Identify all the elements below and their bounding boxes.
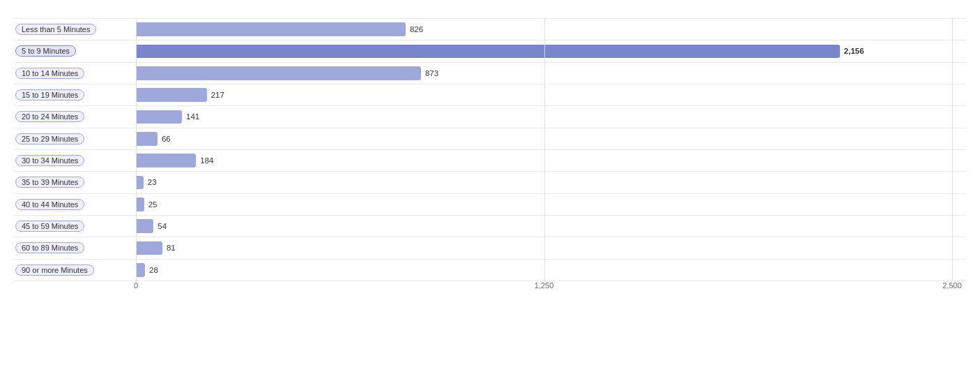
bar-wrapper: 25 bbox=[14, 194, 966, 215]
bar-value: 2,156 bbox=[840, 47, 864, 55]
bar-fill: 66 bbox=[136, 132, 158, 146]
bar-value: 66 bbox=[158, 135, 171, 143]
bar-label: 10 to 14 Minutes bbox=[14, 63, 136, 84]
x-axis-tick: 1,250 bbox=[535, 281, 554, 290]
bar-label-pill: 25 to 29 Minutes bbox=[15, 133, 84, 144]
bar-row: 30 to 34 Minutes184 bbox=[14, 150, 966, 172]
bar-fill: 28 bbox=[136, 263, 145, 277]
bar-value: 54 bbox=[153, 222, 167, 230]
bar-wrapper: 2,156 bbox=[14, 40, 966, 61]
bar-row: 20 to 24 Minutes141 bbox=[14, 106, 966, 128]
bar-wrapper: 66 bbox=[14, 128, 966, 149]
bar-label-pill: 45 to 59 Minutes bbox=[15, 221, 84, 232]
bar-row: 40 to 44 Minutes25 bbox=[14, 194, 966, 216]
bar-value: 141 bbox=[182, 112, 199, 121]
bar-label: Less than 5 Minutes bbox=[14, 19, 136, 40]
bar-fill: 54 bbox=[136, 219, 153, 233]
bar-value: 184 bbox=[196, 156, 213, 165]
bar-value: 28 bbox=[145, 266, 158, 274]
bar-label-pill: 10 to 14 Minutes bbox=[15, 68, 84, 79]
bar-fill: 873 bbox=[136, 66, 421, 80]
bar-fill: 217 bbox=[136, 88, 207, 102]
bar-fill: 826 bbox=[136, 22, 406, 36]
bar-wrapper: 184 bbox=[14, 150, 966, 171]
bar-label: 60 to 89 Minutes bbox=[14, 237, 136, 258]
bar-value: 826 bbox=[406, 25, 423, 33]
bar-row: 60 to 89 Minutes81 bbox=[14, 237, 966, 259]
bar-label-pill: 15 to 19 Minutes bbox=[15, 89, 84, 100]
bar-value: 25 bbox=[144, 200, 158, 209]
bar-row: 15 to 19 Minutes217 bbox=[14, 84, 966, 106]
x-axis-tick: 2,500 bbox=[942, 281, 962, 290]
bar-wrapper: 141 bbox=[14, 106, 966, 127]
x-axis: 01,2502,500 bbox=[14, 281, 966, 302]
bar-row: 45 to 59 Minutes54 bbox=[14, 216, 966, 237]
bar-label: 20 to 24 Minutes bbox=[14, 106, 136, 127]
bar-value: 23 bbox=[144, 178, 157, 186]
bar-row: 25 to 29 Minutes66 bbox=[14, 128, 966, 150]
chart-container: Less than 5 Minutes8265 to 9 Minutes2,15… bbox=[0, 0, 980, 365]
bar-row: 10 to 14 Minutes873 bbox=[14, 63, 966, 84]
bar-fill: 25 bbox=[136, 198, 144, 211]
grid-line bbox=[952, 18, 953, 281]
bar-wrapper: 826 bbox=[14, 19, 966, 40]
bar-fill: 23 bbox=[136, 176, 144, 190]
bar-wrapper: 23 bbox=[14, 172, 966, 193]
bar-wrapper: 873 bbox=[14, 63, 966, 84]
bar-label: 25 to 29 Minutes bbox=[14, 128, 136, 149]
bar-wrapper: 54 bbox=[14, 216, 966, 237]
bar-value: 873 bbox=[421, 69, 438, 77]
bars-section: Less than 5 Minutes8265 to 9 Minutes2,15… bbox=[14, 18, 966, 281]
bar-label-pill: 5 to 9 Minutes bbox=[15, 45, 76, 57]
bar-row: 5 to 9 Minutes2,156 bbox=[14, 40, 966, 62]
bar-row: 35 to 39 Minutes23 bbox=[14, 172, 966, 193]
bar-label: 40 to 44 Minutes bbox=[14, 194, 136, 215]
bar-fill: 184 bbox=[136, 154, 196, 167]
grid-line bbox=[136, 18, 137, 281]
bar-value: 217 bbox=[207, 91, 224, 99]
bar-fill: 81 bbox=[136, 241, 162, 255]
bar-fill: 2,156 bbox=[136, 45, 840, 59]
bar-label-pill: 90 or more Minutes bbox=[15, 265, 94, 276]
bar-label-pill: 40 to 44 Minutes bbox=[15, 199, 84, 210]
chart-area: Less than 5 Minutes8265 to 9 Minutes2,15… bbox=[14, 18, 966, 302]
x-axis-tick: 0 bbox=[134, 281, 138, 290]
grid-line bbox=[544, 18, 545, 281]
bar-label: 30 to 34 Minutes bbox=[14, 150, 136, 171]
bar-wrapper: 217 bbox=[14, 84, 966, 105]
bar-label-pill: 20 to 24 Minutes bbox=[15, 111, 84, 122]
bar-wrapper: 28 bbox=[14, 260, 966, 281]
bar-row: 90 or more Minutes28 bbox=[14, 260, 966, 281]
bar-label-pill: 30 to 34 Minutes bbox=[15, 155, 84, 166]
bar-value: 81 bbox=[162, 244, 176, 252]
bar-fill: 141 bbox=[136, 110, 182, 124]
bar-label: 5 to 9 Minutes bbox=[14, 40, 136, 61]
bar-wrapper: 81 bbox=[14, 237, 966, 258]
bar-label: 15 to 19 Minutes bbox=[14, 84, 136, 105]
bar-label-pill: 35 to 39 Minutes bbox=[15, 177, 84, 188]
bar-label: 90 or more Minutes bbox=[14, 260, 136, 281]
bar-label: 35 to 39 Minutes bbox=[14, 172, 136, 193]
bar-label: 45 to 59 Minutes bbox=[14, 216, 136, 237]
bar-label-pill: 60 to 89 Minutes bbox=[15, 242, 84, 253]
bar-row: Less than 5 Minutes826 bbox=[14, 18, 966, 40]
bar-label-pill: Less than 5 Minutes bbox=[15, 24, 96, 35]
